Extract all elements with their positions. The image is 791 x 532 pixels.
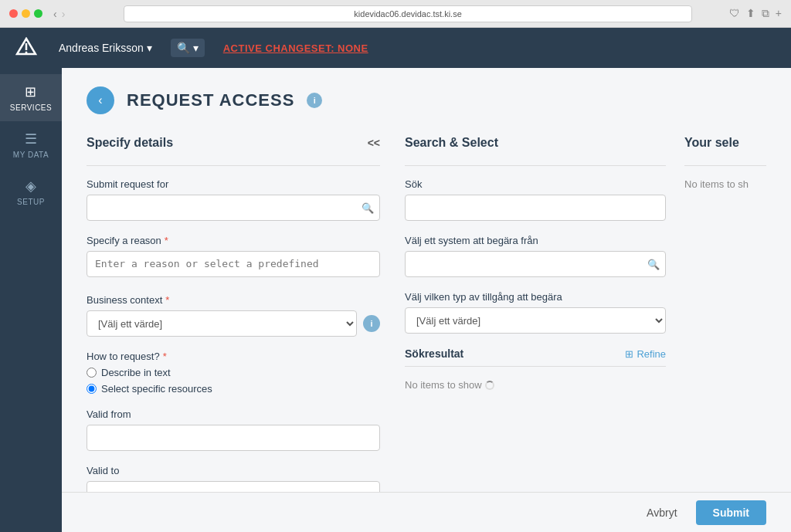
new-tab-icon[interactable]: +: [776, 7, 782, 20]
how-to-request-label: How to request? *: [87, 351, 380, 362]
bottom-bar: Avbryt Submit: [62, 492, 791, 532]
type-select[interactable]: [Välj ett värde]: [405, 307, 666, 334]
search-select-column: Search & Select Sök Välj ett system att …: [380, 136, 666, 521]
business-context-label: Business context *: [87, 294, 380, 306]
window-icon[interactable]: ⧉: [762, 7, 769, 20]
radio-describe-in-text[interactable]: Describe in text: [87, 367, 380, 378]
specify-reason-label: Specify a reason *: [87, 235, 380, 246]
browser-bar: ‹ › kidevidac06.devidac.tst.ki.se 🛡 ⬆ ⧉ …: [0, 0, 791, 28]
submit-button[interactable]: Submit: [696, 500, 766, 525]
filter-icon: ⊞: [625, 348, 633, 360]
browser-actions: 🛡 ⬆ ⧉ +: [729, 7, 782, 20]
maximize-dot[interactable]: [34, 9, 42, 18]
system-label: Välj ett system att begära från: [405, 235, 666, 246]
sidebar-item-my-data[interactable]: ☰ MY DATA: [0, 121, 62, 168]
three-column-layout: Specify details << Submit request for 🔍: [87, 136, 766, 521]
search-dropdown-icon: ▾: [193, 42, 199, 54]
window-controls: [9, 9, 42, 18]
close-dot[interactable]: [9, 9, 18, 18]
business-context-select[interactable]: [Välj ett värde]: [87, 310, 357, 337]
specify-reason-input[interactable]: [87, 251, 380, 277]
sokresultat-title: Sökresultat: [405, 347, 463, 360]
radio-select-resources[interactable]: Select specific resources: [87, 383, 380, 395]
col3-divider: [684, 165, 766, 166]
url-text: kidevidac06.devidac.tst.ki.se: [354, 9, 461, 19]
sidebar-item-services-label: SERVICES: [10, 103, 52, 112]
col1-divider: [87, 165, 380, 166]
sok-input[interactable]: [405, 195, 666, 221]
specify-details-column: Specify details << Submit request for 🔍: [87, 136, 380, 521]
page-content: ‹ REQUEST ACCESS i Specify details <<: [62, 68, 791, 532]
system-search-icon: 🔍: [647, 259, 660, 270]
business-context-group: Business context * [Välj ett värde] i: [87, 294, 380, 337]
magnifier-icon: 🔍: [177, 42, 190, 54]
no-items-label: No items to show: [405, 379, 666, 391]
system-group: Välj ett system att begära från 🔍: [405, 235, 666, 277]
sidebar: ⊞ SERVICES ☰ MY DATA ◈ SETUP: [0, 68, 62, 532]
submit-request-search-icon: 🔍: [362, 202, 374, 214]
setup-icon: ◈: [25, 178, 37, 195]
address-bar[interactable]: kidevidac06.devidac.tst.ki.se: [124, 5, 691, 22]
active-changeset-label[interactable]: ACTIVE CHANGESET: NONE: [223, 42, 368, 54]
browser-navigation: ‹ ›: [53, 8, 65, 20]
page-header: ‹ REQUEST ACCESS i: [87, 86, 766, 114]
sidebar-item-services[interactable]: ⊞ SERVICES: [0, 74, 62, 121]
valid-from-input[interactable]: [87, 425, 380, 451]
submit-request-for-label: Submit request for: [87, 178, 380, 190]
collapse-button[interactable]: <<: [368, 137, 380, 149]
app-header: Andreas Eriksson ▾ 🔍 ▾ ACTIVE CHANGESET:…: [0, 28, 791, 68]
content-area: ‹ REQUEST ACCESS i Specify details <<: [62, 68, 791, 532]
submit-request-input-wrapper: 🔍: [87, 195, 380, 221]
valid-from-group: Valid from: [87, 408, 380, 451]
sidebar-item-setup-label: SETUP: [17, 198, 45, 206]
type-label: Välj vilken typ av tillgång att begära: [405, 291, 666, 303]
app-logo: [12, 34, 40, 62]
back-button[interactable]: ‹: [87, 86, 114, 114]
services-icon: ⊞: [25, 83, 37, 100]
system-input[interactable]: [405, 251, 666, 277]
your-selection-column: Your sele No items to sh: [666, 136, 766, 521]
back-nav[interactable]: ‹: [53, 8, 57, 20]
how-to-request-required-mark: *: [163, 351, 167, 362]
page-title: REQUEST ACCESS: [127, 90, 294, 110]
system-input-wrapper: 🔍: [405, 251, 666, 277]
submit-request-for-input[interactable]: [87, 195, 380, 221]
search-select-title: Search & Select: [405, 136, 666, 150]
type-group: Välj vilken typ av tillgång att begära […: [405, 291, 666, 334]
svg-point-2: [25, 52, 28, 54]
cancel-button[interactable]: Avbryt: [637, 502, 686, 524]
search-button[interactable]: 🔍 ▾: [171, 39, 205, 57]
sokresultat-header: Sökresultat ⊞ Refine: [405, 347, 666, 360]
sidebar-item-setup[interactable]: ◈ SETUP: [0, 168, 62, 215]
share-icon[interactable]: ⬆: [746, 7, 755, 20]
user-menu[interactable]: Andreas Eriksson ▾: [53, 39, 158, 57]
submit-request-for-group: Submit request for 🔍: [87, 178, 380, 221]
loading-spinner: [485, 381, 494, 390]
sidebar-item-my-data-label: MY DATA: [13, 151, 49, 159]
radio-describe-input[interactable]: [87, 368, 97, 378]
my-data-icon: ☰: [25, 130, 38, 147]
business-context-info-icon[interactable]: i: [363, 315, 380, 332]
business-context-required-mark: *: [165, 294, 169, 306]
user-name: Andreas Eriksson: [59, 42, 144, 54]
valid-to-label: Valid to: [87, 465, 380, 476]
your-selection-no-items: No items to sh: [684, 178, 766, 190]
how-to-request-radio-group: Describe in text Select specific resourc…: [87, 367, 380, 395]
user-dropdown-icon: ▾: [147, 42, 152, 54]
business-context-select-wrapper: [Välj ett värde] i: [87, 310, 380, 337]
sok-group: Sök: [405, 178, 666, 221]
refine-button[interactable]: ⊞ Refine: [625, 348, 666, 360]
specify-details-title: Specify details <<: [87, 136, 380, 150]
forward-nav[interactable]: ›: [62, 8, 66, 20]
how-to-request-group: How to request? * Describe in text Selec…: [87, 351, 380, 395]
specify-reason-group: Specify a reason *: [87, 235, 380, 280]
reason-required-mark: *: [165, 235, 168, 246]
page-info-icon[interactable]: i: [307, 93, 322, 108]
minimize-dot[interactable]: [22, 9, 30, 18]
sok-label: Sök: [405, 178, 666, 190]
your-selection-title: Your sele: [684, 136, 766, 150]
valid-from-label: Valid from: [87, 408, 380, 420]
back-arrow-icon: ‹: [98, 93, 102, 107]
radio-select-input[interactable]: [87, 384, 97, 394]
main-layout: ⊞ SERVICES ☰ MY DATA ◈ SETUP ‹ REQUEST A…: [0, 68, 791, 532]
